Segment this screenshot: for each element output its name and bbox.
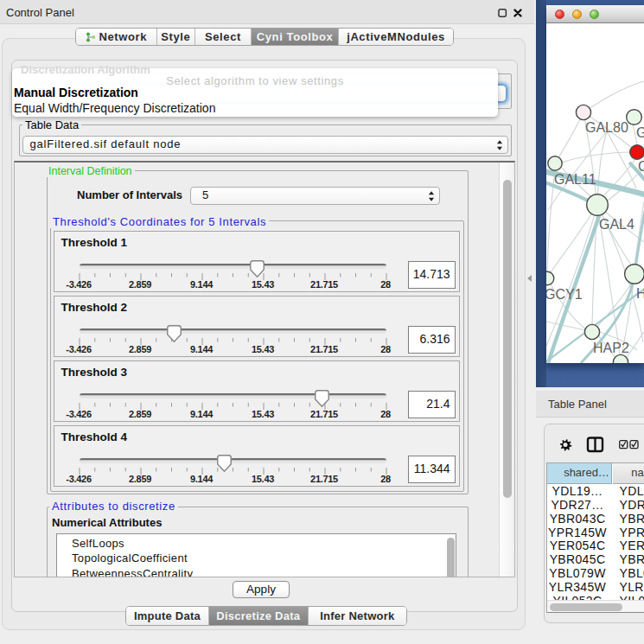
svg-text:HIS: HIS xyxy=(636,286,644,301)
svg-text:GCY1: GCY1 xyxy=(546,287,583,302)
svg-text:CYC: CYC xyxy=(638,159,644,174)
svg-text:GAL11: GAL11 xyxy=(554,172,596,187)
svg-text:GAL4: GAL4 xyxy=(599,217,634,232)
svg-text:GAL4: GAL4 xyxy=(636,125,644,140)
svg-text:GAL80: GAL80 xyxy=(585,120,628,135)
svg-text:HAP2: HAP2 xyxy=(593,341,629,355)
